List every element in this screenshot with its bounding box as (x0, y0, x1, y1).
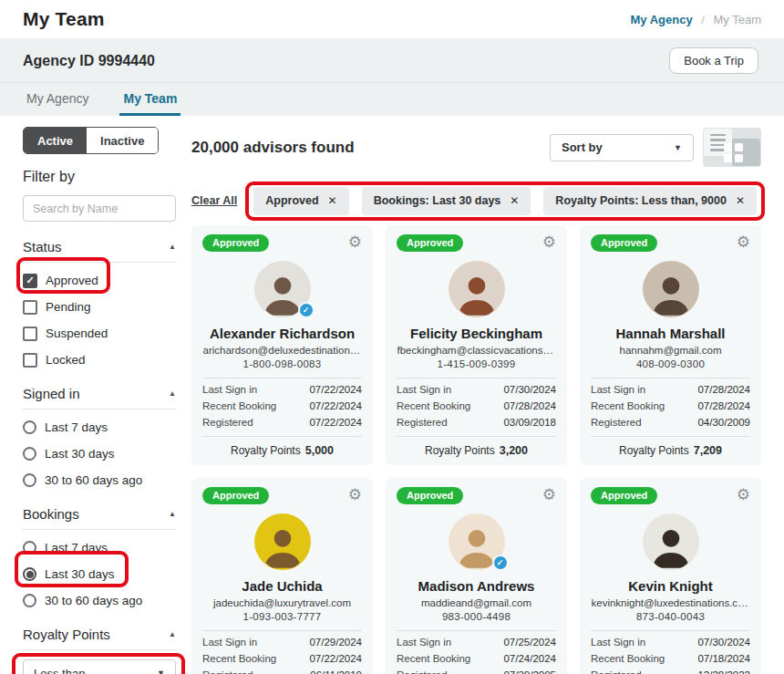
signedin-radio-last-7-days[interactable]: Last 7 days (23, 419, 176, 436)
bookings-filter-section: Bookings ▲ Last 7 days Last 30 days 30 t… (23, 506, 176, 609)
stat-label: Recent Booking (202, 400, 276, 411)
book-a-trip-button[interactable]: Book a Trip (669, 47, 758, 74)
filter-chip-bookings[interactable]: Bookings: Last 30 days ✕ (362, 187, 531, 215)
stat-value: 07/25/2024 (503, 637, 556, 648)
filter-checkbox-locked[interactable]: Locked (23, 351, 176, 368)
advisor-phone: 408-009-0300 (591, 358, 750, 369)
avatar (449, 261, 505, 317)
advisor-phone: 983-000-4498 (397, 611, 556, 622)
signed-in-section-title: Signed in (23, 386, 80, 401)
filter-checkbox-suspended[interactable]: Suspended (23, 325, 176, 342)
filter-chip-royalty-points[interactable]: Royalty Points: Less than, 9000 ✕ (543, 187, 757, 215)
stat-value: 07/22/2024 (309, 384, 362, 395)
main-area: Active Inactive Filter by Status ▲ ✓ App… (0, 116, 784, 674)
royalty-points-row: Royalty Points5,000 (202, 444, 362, 457)
stat-label: Last Sign in (202, 637, 257, 648)
stat-label: Last Sign in (397, 637, 451, 648)
stat-label: Recent Booking (591, 400, 665, 411)
advisor-email: fbeckingham@classicvacations.com (397, 345, 556, 356)
avatar (254, 513, 311, 570)
stat-label: Recent Booking (591, 653, 665, 664)
signed-in-filter-section: Signed in ▲ Last 7 days Last 30 days 30 … (23, 386, 176, 489)
stat-value: 07/28/2024 (697, 400, 750, 411)
gear-icon[interactable]: ⚙ (542, 487, 556, 503)
stat-label: Registered (591, 669, 642, 674)
person-icon (647, 270, 695, 317)
gear-icon[interactable]: ⚙ (348, 487, 362, 503)
chevron-down-icon: ▼ (674, 143, 682, 152)
clear-all-link[interactable]: Clear All (191, 194, 237, 207)
sort-by-dropdown[interactable]: Sort by ▼ (550, 134, 694, 161)
royalty-operator-value: Less than (34, 667, 85, 674)
chip-label: Royalty Points: Less than, 9000 (555, 194, 727, 207)
advisor-name: Felicity Beckingham (397, 326, 556, 341)
radio-icon (23, 541, 36, 555)
collapse-caret-icon[interactable]: ▲ (169, 510, 176, 518)
agency-band: Agency ID 9994440 Book a Trip My Agency … (0, 38, 784, 116)
status-badge: Approved (202, 234, 269, 252)
stat-label: Registered (591, 417, 642, 428)
person-icon (647, 523, 695, 570)
annotation-box-filter-chips: Approved ✕ Bookings: Last 30 days ✕ Roya… (253, 187, 757, 215)
advisor-name: Kevin Knight (591, 578, 750, 594)
my-team-page: My Team My Agency / My Team Agency ID 99… (0, 0, 784, 674)
radio-selected-icon (23, 567, 36, 581)
stat-label: Registered (397, 417, 448, 428)
bookings-radio-30-to-60-days[interactable]: 30 to 60 days ago (23, 592, 176, 609)
collapse-caret-icon[interactable]: ▲ (169, 630, 176, 638)
collapse-caret-icon[interactable]: ▲ (169, 389, 176, 398)
checkbox-checked-icon: ✓ (23, 274, 37, 288)
search-by-name-input[interactable] (23, 195, 176, 222)
checkbox-icon (23, 353, 37, 368)
stat-label: Recent Booking (202, 653, 276, 664)
status-section-title: Status (23, 239, 62, 254)
grid-view-button[interactable] (732, 139, 760, 166)
avatar (643, 261, 699, 317)
results-content: 20,000 advisors found Sort by ▼ Clear Al… (191, 127, 761, 674)
close-icon[interactable]: ✕ (510, 194, 519, 207)
advisor-email: maddieand@gmail.com (397, 597, 556, 608)
filter-checkbox-pending[interactable]: Pending (23, 298, 176, 316)
stat-value: 07/22/2024 (309, 400, 362, 411)
radio-label: Last 7 days (45, 420, 108, 434)
gear-icon[interactable]: ⚙ (542, 234, 556, 250)
royalty-operator-select[interactable]: Less than ▼ (23, 659, 176, 674)
avatar: ✓ (449, 513, 505, 570)
radio-label: Last 30 days (45, 567, 115, 581)
tab-my-agency[interactable]: My Agency (23, 83, 92, 116)
advisor-phone: 1-415-009-0399 (397, 358, 556, 369)
signedin-radio-30-to-60-days[interactable]: 30 to 60 days ago (23, 472, 176, 489)
collapse-caret-icon[interactable]: ▲ (169, 243, 176, 251)
advisor-phone: 1-093-003-7777 (202, 611, 362, 622)
close-icon[interactable]: ✕ (328, 194, 337, 207)
inactive-toggle-button[interactable]: Inactive (87, 128, 158, 153)
chip-label: Bookings: Last 30 days (374, 194, 501, 207)
breadcrumb-my-agency[interactable]: My Agency (630, 13, 692, 26)
checkbox-label: Approved (46, 274, 98, 287)
filter-sidebar: Active Inactive Filter by Status ▲ ✓ App… (23, 127, 176, 674)
bookings-radio-last-30-days[interactable]: Last 30 days (23, 565, 115, 583)
active-inactive-toggle: Active Inactive (23, 127, 159, 154)
bookings-radio-last-7-days[interactable]: Last 7 days (23, 539, 176, 556)
results-count: 20,000 advisors found (191, 139, 550, 157)
royalty-points-filter-section: Royalty Points ▲ Less than ▼ (23, 627, 176, 674)
gear-icon[interactable]: ⚙ (737, 234, 750, 250)
advisor-card: Approved ⚙ Kevin Knight kevinknight@luxe… (580, 478, 761, 674)
chevron-down-icon: ▼ (157, 669, 165, 674)
stat-value: 07/18/2024 (697, 653, 750, 664)
gear-icon[interactable]: ⚙ (348, 234, 362, 250)
sort-by-label: Sort by (562, 140, 603, 154)
advisor-card: Approved ⚙ Felicity Beckingham fbeckingh… (386, 225, 567, 465)
signedin-radio-last-30-days[interactable]: Last 30 days (23, 445, 176, 462)
stat-label: Last Sign in (202, 384, 257, 395)
status-badge: Approved (397, 487, 463, 504)
filter-checkbox-approved[interactable]: ✓ Approved (23, 272, 98, 289)
tab-my-team[interactable]: My Team (119, 83, 181, 116)
gear-icon[interactable]: ⚙ (737, 487, 750, 503)
active-toggle-button[interactable]: Active (24, 128, 87, 153)
close-icon[interactable]: ✕ (736, 194, 745, 207)
filter-chip-approved[interactable]: Approved ✕ (253, 187, 348, 215)
stat-label: Last Sign in (591, 637, 645, 648)
agency-id-label: Agency ID 9994440 (23, 53, 155, 69)
stat-value: 07/30/2024 (697, 637, 750, 648)
